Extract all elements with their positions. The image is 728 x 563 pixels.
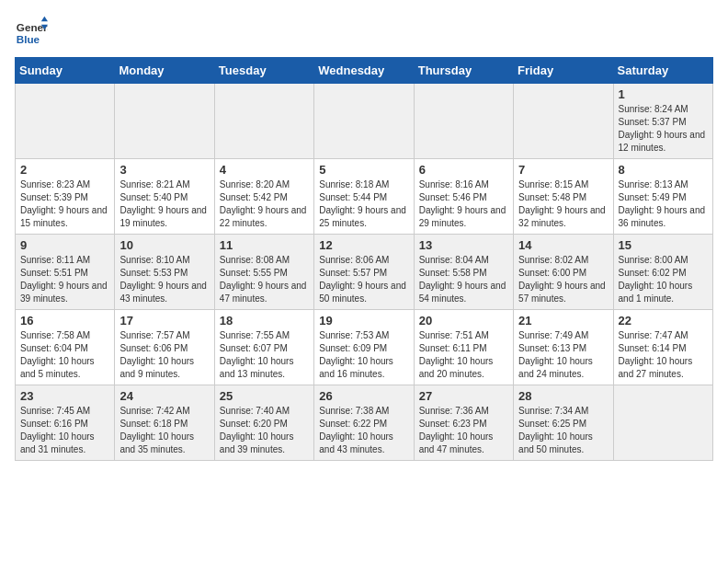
calendar-cell: 24Sunrise: 7:42 AM Sunset: 6:18 PM Dayli…: [115, 385, 214, 461]
day-info: Sunrise: 8:10 AM Sunset: 5:53 PM Dayligh…: [119, 254, 209, 305]
day-number: 17: [119, 314, 209, 327]
day-info: Sunrise: 8:24 AM Sunset: 5:37 PM Dayligh…: [619, 103, 708, 155]
calendar-week-row: 2Sunrise: 8:23 AM Sunset: 5:39 PM Daylig…: [16, 159, 713, 235]
calendar-cell: 23Sunrise: 7:45 AM Sunset: 6:16 PM Dayli…: [16, 385, 115, 461]
calendar-cell: 18Sunrise: 7:55 AM Sunset: 6:07 PM Dayli…: [214, 310, 313, 385]
col-header-wednesday: Wednesday: [314, 58, 414, 84]
day-info: Sunrise: 8:04 AM Sunset: 5:58 PM Dayligh…: [419, 254, 508, 305]
day-info: Sunrise: 7:40 AM Sunset: 6:20 PM Dayligh…: [220, 405, 309, 456]
svg-marker-2: [41, 17, 48, 21]
calendar-cell: 9Sunrise: 8:11 AM Sunset: 5:51 PM Daylig…: [16, 235, 115, 310]
day-info: Sunrise: 7:53 AM Sunset: 6:09 PM Dayligh…: [319, 329, 408, 381]
logo: General Blue: [15, 15, 51, 48]
col-header-thursday: Thursday: [414, 58, 513, 84]
day-number: 20: [419, 314, 508, 327]
day-info: Sunrise: 7:36 AM Sunset: 6:23 PM Dayligh…: [419, 405, 508, 456]
calendar-cell: 19Sunrise: 7:53 AM Sunset: 6:09 PM Dayli…: [314, 310, 414, 385]
day-info: Sunrise: 8:11 AM Sunset: 5:51 PM Dayligh…: [20, 254, 109, 305]
col-header-sunday: Sunday: [16, 58, 115, 84]
calendar-cell: 7Sunrise: 8:15 AM Sunset: 5:48 PM Daylig…: [514, 159, 613, 235]
day-number: 16: [20, 314, 109, 327]
calendar-cell: 4Sunrise: 8:20 AM Sunset: 5:42 PM Daylig…: [214, 159, 313, 235]
col-header-friday: Friday: [514, 58, 613, 84]
calendar-cell: 2Sunrise: 8:23 AM Sunset: 5:39 PM Daylig…: [16, 159, 115, 235]
svg-text:Blue: Blue: [17, 33, 40, 45]
day-number: 5: [319, 163, 408, 177]
day-number: 19: [319, 314, 408, 327]
calendar-cell: [414, 84, 513, 159]
day-number: 13: [419, 238, 508, 252]
day-info: Sunrise: 8:16 AM Sunset: 5:46 PM Dayligh…: [419, 178, 508, 230]
day-number: 7: [518, 163, 608, 177]
calendar-cell: [613, 385, 712, 461]
day-number: 28: [518, 389, 608, 403]
calendar-cell: 8Sunrise: 8:13 AM Sunset: 5:49 PM Daylig…: [613, 159, 712, 235]
calendar-cell: 14Sunrise: 8:02 AM Sunset: 6:00 PM Dayli…: [514, 235, 613, 310]
day-number: 6: [419, 163, 508, 177]
day-number: 9: [20, 238, 109, 252]
day-info: Sunrise: 7:34 AM Sunset: 6:25 PM Dayligh…: [518, 405, 608, 456]
day-info: Sunrise: 7:55 AM Sunset: 6:07 PM Dayligh…: [220, 329, 309, 381]
day-number: 8: [619, 163, 708, 177]
calendar-cell: 5Sunrise: 8:18 AM Sunset: 5:44 PM Daylig…: [314, 159, 414, 235]
day-number: 11: [220, 238, 309, 252]
calendar-cell: 11Sunrise: 8:08 AM Sunset: 5:55 PM Dayli…: [214, 235, 313, 310]
day-info: Sunrise: 7:58 AM Sunset: 6:04 PM Dayligh…: [20, 329, 109, 381]
day-info: Sunrise: 8:18 AM Sunset: 5:44 PM Dayligh…: [319, 178, 408, 230]
day-info: Sunrise: 7:51 AM Sunset: 6:11 PM Dayligh…: [419, 329, 508, 381]
day-number: 26: [319, 389, 408, 403]
calendar-week-row: 9Sunrise: 8:11 AM Sunset: 5:51 PM Daylig…: [16, 235, 713, 310]
day-number: 10: [119, 238, 209, 252]
day-info: Sunrise: 8:06 AM Sunset: 5:57 PM Dayligh…: [319, 254, 408, 305]
day-number: 2: [20, 163, 109, 177]
calendar-table: SundayMondayTuesdayWednesdayThursdayFrid…: [15, 57, 713, 461]
calendar-cell: 27Sunrise: 7:36 AM Sunset: 6:23 PM Dayli…: [414, 385, 513, 461]
day-info: Sunrise: 7:47 AM Sunset: 6:14 PM Dayligh…: [619, 329, 708, 381]
day-info: Sunrise: 8:02 AM Sunset: 6:00 PM Dayligh…: [518, 254, 608, 305]
day-info: Sunrise: 7:38 AM Sunset: 6:22 PM Dayligh…: [319, 405, 408, 456]
day-info: Sunrise: 8:15 AM Sunset: 5:48 PM Dayligh…: [518, 178, 608, 230]
calendar-cell: 10Sunrise: 8:10 AM Sunset: 5:53 PM Dayli…: [115, 235, 214, 310]
calendar-week-row: 23Sunrise: 7:45 AM Sunset: 6:16 PM Dayli…: [16, 385, 713, 461]
calendar-cell: 6Sunrise: 8:16 AM Sunset: 5:46 PM Daylig…: [414, 159, 513, 235]
calendar-cell: 1Sunrise: 8:24 AM Sunset: 5:37 PM Daylig…: [613, 84, 712, 159]
calendar-cell: 13Sunrise: 8:04 AM Sunset: 5:58 PM Dayli…: [414, 235, 513, 310]
calendar-cell: [314, 84, 414, 159]
calendar-cell: 12Sunrise: 8:06 AM Sunset: 5:57 PM Dayli…: [314, 235, 414, 310]
day-number: 24: [119, 389, 209, 403]
day-info: Sunrise: 7:49 AM Sunset: 6:13 PM Dayligh…: [518, 329, 608, 381]
day-info: Sunrise: 8:20 AM Sunset: 5:42 PM Dayligh…: [220, 178, 309, 230]
day-number: 18: [220, 314, 309, 327]
day-info: Sunrise: 7:42 AM Sunset: 6:18 PM Dayligh…: [119, 405, 209, 456]
day-info: Sunrise: 8:23 AM Sunset: 5:39 PM Dayligh…: [20, 178, 109, 230]
calendar-week-row: 16Sunrise: 7:58 AM Sunset: 6:04 PM Dayli…: [16, 310, 713, 385]
col-header-tuesday: Tuesday: [214, 58, 313, 84]
day-info: Sunrise: 8:13 AM Sunset: 5:49 PM Dayligh…: [619, 178, 708, 230]
day-info: Sunrise: 7:57 AM Sunset: 6:06 PM Dayligh…: [119, 329, 209, 381]
page-header: General Blue: [15, 15, 713, 48]
day-number: 12: [319, 238, 408, 252]
col-header-monday: Monday: [115, 58, 214, 84]
day-info: Sunrise: 8:08 AM Sunset: 5:55 PM Dayligh…: [220, 254, 309, 305]
calendar-cell: [214, 84, 313, 159]
day-number: 3: [119, 163, 209, 177]
calendar-cell: [115, 84, 214, 159]
calendar-cell: [16, 84, 115, 159]
day-number: 1: [619, 87, 708, 101]
day-info: Sunrise: 7:45 AM Sunset: 6:16 PM Dayligh…: [20, 405, 109, 456]
day-info: Sunrise: 8:00 AM Sunset: 6:02 PM Dayligh…: [619, 254, 708, 305]
day-number: 23: [20, 389, 109, 403]
day-number: 21: [518, 314, 608, 327]
calendar-week-row: 1Sunrise: 8:24 AM Sunset: 5:37 PM Daylig…: [16, 84, 713, 159]
calendar-cell: 17Sunrise: 7:57 AM Sunset: 6:06 PM Dayli…: [115, 310, 214, 385]
calendar-cell: 25Sunrise: 7:40 AM Sunset: 6:20 PM Dayli…: [214, 385, 313, 461]
calendar-cell: 16Sunrise: 7:58 AM Sunset: 6:04 PM Dayli…: [16, 310, 115, 385]
calendar-cell: 21Sunrise: 7:49 AM Sunset: 6:13 PM Dayli…: [514, 310, 613, 385]
calendar-cell: 28Sunrise: 7:34 AM Sunset: 6:25 PM Dayli…: [514, 385, 613, 461]
col-header-saturday: Saturday: [613, 58, 712, 84]
day-number: 22: [619, 314, 708, 327]
day-number: 4: [220, 163, 309, 177]
calendar-cell: [514, 84, 613, 159]
calendar-cell: 15Sunrise: 8:00 AM Sunset: 6:02 PM Dayli…: [613, 235, 712, 310]
day-number: 27: [419, 389, 508, 403]
